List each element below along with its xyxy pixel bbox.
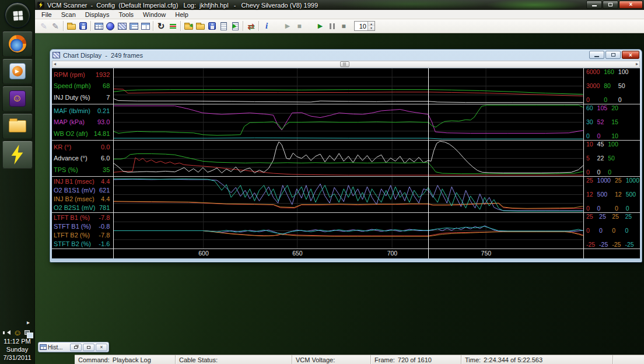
dashboard-display-icon[interactable] — [128, 20, 139, 32]
edit-pen-2-icon[interactable] — [50, 20, 61, 32]
save-config-icon[interactable] — [77, 20, 89, 32]
menu-window[interactable]: Window — [138, 10, 170, 19]
channel-ltft-b1[interactable]: LTFT B1 (%)-7.8 — [54, 214, 110, 221]
restore-button[interactable] — [603, 1, 618, 9]
chart-minimize-button[interactable] — [589, 51, 604, 59]
tray-expand-icon[interactable]: ▸ — [27, 319, 30, 326]
hist-maximize-button[interactable] — [83, 344, 94, 351]
chart-pane-2[interactable] — [114, 104, 583, 141]
edit-pen-icon[interactable] — [38, 20, 50, 32]
special-functions-icon[interactable] — [245, 20, 257, 32]
save-log-icon[interactable] — [206, 20, 218, 32]
channel-value: -7.8 — [99, 232, 110, 239]
channel-inj-duty[interactable]: INJ Duty (%)7 — [54, 94, 110, 101]
chart-scroll-bar[interactable]: ◂ ▸ — [52, 61, 640, 68]
menu-file[interactable]: File — [37, 10, 57, 19]
channel-kr[interactable]: KR (°)0.0 — [54, 144, 110, 150]
volume-icon[interactable] — [5, 330, 10, 335]
chart-pane-3[interactable] — [114, 141, 583, 177]
stop-monitor-icon[interactable] — [293, 20, 305, 32]
taskbar-item-file-explorer[interactable] — [2, 113, 33, 139]
pause-log-icon[interactable] — [326, 20, 338, 32]
media-player-icon: ▶ — [9, 63, 26, 79]
open-config-icon[interactable] — [65, 20, 77, 32]
channel-maf-lb-min[interactable]: MAF (lb/min)0.21 — [54, 107, 110, 114]
channel-rpm-rpm[interactable]: RPM (rpm)1932 — [54, 71, 110, 78]
chart-close-button[interactable]: × — [622, 51, 639, 59]
taskbar-item-yahoo-messenger[interactable]: ☺ — [2, 86, 33, 111]
browse-log-icon[interactable] — [194, 20, 206, 32]
channel-tps[interactable]: TPS (%)35 — [54, 166, 110, 173]
channel-ltft-b2[interactable]: LTFT B2 (%)-7.8 — [54, 232, 110, 239]
chart-pane-4[interactable] — [114, 177, 583, 213]
taskbar-item-media-player[interactable]: ▶ — [2, 58, 33, 84]
firefox-icon — [9, 35, 26, 52]
open-log-icon — [184, 24, 193, 30]
spinner-up-icon[interactable]: ▲ — [368, 22, 374, 26]
x-tick-label: 700 — [387, 250, 398, 257]
dtc-on-off-icon[interactable] — [167, 20, 178, 32]
taskbar-clock[interactable]: 11:12 PM Sunday 7/31/2011 — [3, 337, 31, 362]
channel-inj-b2-msec[interactable]: INJ B2 (msec)4.4 — [54, 195, 110, 202]
start-button[interactable] — [5, 2, 30, 28]
status-time: Time: 2:24.344 of 5:22.563 — [461, 355, 612, 364]
scroll-right-icon[interactable]: ▸ — [636, 61, 638, 67]
gauge-display-icon[interactable] — [104, 20, 116, 32]
channel-advance[interactable]: Advance (°)6.0 — [54, 155, 110, 162]
messenger-tray-icon[interactable]: ☺ — [13, 329, 22, 336]
menu-scan[interactable]: Scan — [57, 10, 80, 19]
toolbar-separator — [63, 21, 64, 31]
minimized-histogram-window[interactable]: Hist... × — [38, 342, 109, 352]
form-display-icon[interactable] — [139, 20, 151, 32]
axis-value-maf-lb-min: 0 — [586, 133, 593, 139]
chart-scroll-thumb[interactable] — [340, 61, 349, 67]
network-icon[interactable] — [24, 330, 30, 335]
channel-stft-b1[interactable]: STFT B1 (%)-0.8 — [54, 223, 110, 230]
taskbar-item-firefox[interactable] — [2, 31, 33, 57]
engine-data-icon[interactable] — [155, 20, 167, 32]
taskbar-item-hp-tuners[interactable] — [2, 141, 33, 169]
x-tick-label: 650 — [292, 250, 303, 257]
minimize-button[interactable] — [586, 1, 602, 9]
special-functions-icon — [247, 22, 254, 31]
spinner-down-icon[interactable]: ▼ — [368, 26, 374, 31]
stop-log-icon[interactable] — [338, 20, 349, 32]
chart-restore-button[interactable] — [606, 51, 621, 59]
info-icon[interactable] — [261, 20, 272, 32]
chart-display-icon[interactable] — [116, 20, 128, 32]
channel-inj-b1-msec[interactable]: INJ B1 (msec)4.4 — [54, 178, 110, 185]
hist-restore-button[interactable] — [70, 344, 82, 351]
axis-value-ltft-b2: 25 — [612, 214, 621, 220]
menu-displays[interactable]: Displays — [80, 10, 114, 19]
channel-o2-b2s1-mv[interactable]: O2 B2S1 (mV)781 — [54, 204, 110, 211]
menu-tools[interactable]: Tools — [114, 10, 138, 19]
log-file-icon[interactable] — [218, 20, 229, 32]
mdi-area: Chart Display - 249 frames × ◂ ▸ RPM (rp… — [35, 33, 644, 355]
close-button[interactable]: × — [619, 1, 643, 9]
channel-speed-mph[interactable]: Speed (mph)68 — [54, 82, 110, 89]
frame-interval-spinner[interactable]: 10▲▼ — [354, 21, 375, 31]
playback-cursor-line[interactable] — [428, 68, 429, 258]
title-bar[interactable]: VCM Scanner - Config (Default Imperial.c… — [35, 0, 644, 10]
hist-close-button[interactable]: × — [96, 344, 107, 351]
play-log-icon[interactable] — [314, 20, 326, 32]
import-log-icon[interactable] — [229, 20, 241, 32]
series-o2-b1s1-mv — [114, 179, 583, 211]
scroll-left-icon[interactable]: ◂ — [54, 61, 56, 67]
channel-value: 781 — [99, 204, 110, 211]
chart-area: RPM (rpm)1932Speed (mph)68INJ Duty (%)7M… — [52, 68, 640, 258]
channel-labels-pane-4: INJ B1 (msec)4.4O2 B1S1 (mV)621INJ B2 (m… — [52, 177, 113, 213]
axis-value-rpm-rpm: 6000 — [586, 69, 600, 75]
open-log-icon[interactable] — [183, 20, 194, 32]
channel-map-kpa[interactable]: MAP (kPa)93.0 — [54, 118, 110, 125]
chart-pane-5[interactable] — [114, 213, 583, 249]
channel-o2-b1s1-mv[interactable]: O2 B1S1 (mV)621 — [54, 187, 110, 194]
chart-pane-1[interactable] — [114, 68, 583, 104]
axis-value-map-kpa: 105 — [597, 105, 608, 111]
play-monitor-icon[interactable] — [282, 20, 293, 32]
menu-help[interactable]: Help — [170, 10, 193, 19]
channel-wb-o2-afr[interactable]: WB O2 (afr)14.81 — [54, 130, 110, 137]
chart-window-titlebar[interactable]: Chart Display - 249 frames × — [50, 50, 642, 61]
table-display-icon[interactable] — [93, 20, 104, 32]
channel-stft-b2[interactable]: STFT B2 (%)-1.6 — [54, 240, 110, 247]
